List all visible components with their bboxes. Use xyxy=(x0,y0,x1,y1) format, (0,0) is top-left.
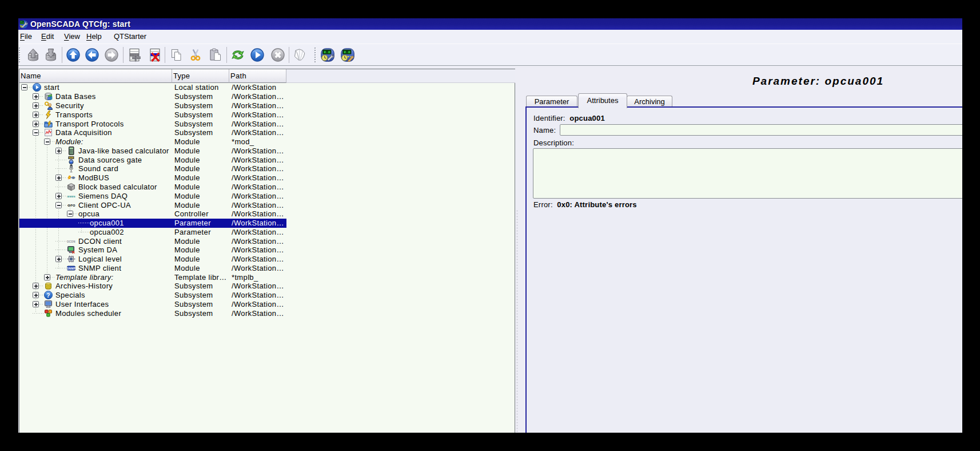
svg-text:?: ? xyxy=(46,292,50,299)
svg-text:DCON: DCON xyxy=(67,240,75,243)
svg-text:8.8: 8.8 xyxy=(324,50,330,54)
svg-text:8.8: 8.8 xyxy=(344,50,350,54)
svg-text:SNMP: SNMP xyxy=(67,267,75,270)
svg-text:SIEMENS: SIEMENS xyxy=(67,195,75,198)
